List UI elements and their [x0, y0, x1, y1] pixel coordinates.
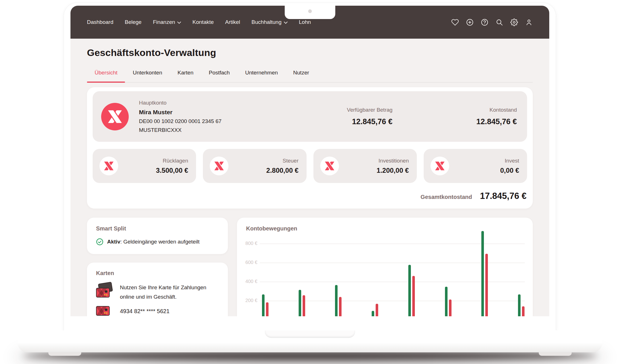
chart-ytick-label: 600 €: [241, 260, 257, 265]
subaccount-name: Steuer: [266, 158, 298, 164]
laptop-screen: Dashboard Belege Finanzen Kontakte Artik…: [70, 6, 549, 331]
bank-x-logo: [99, 157, 118, 175]
subaccount-card-steuer[interactable]: Steuer2.800,00 €: [203, 149, 306, 183]
chart-gridline: [260, 244, 525, 244]
tab-uebersicht[interactable]: Übersicht: [87, 67, 125, 82]
account-bic: MUSTERBICXXX: [139, 127, 222, 133]
check-circle-icon: [96, 238, 103, 246]
bank-cards-illustration: [96, 283, 113, 298]
page-title: Geschäftskonto-Verwaltung: [87, 47, 533, 58]
bank-x-logo: [430, 157, 449, 175]
search-icon[interactable]: [496, 18, 503, 26]
help-circle-icon[interactable]: [481, 18, 488, 26]
plus-circle-icon[interactable]: [466, 18, 474, 26]
subaccount-card-invest[interactable]: Invest0,00 €: [424, 149, 527, 183]
chart-plot-area: [260, 218, 525, 320]
camera-dot: [308, 9, 312, 13]
chart-bar-green: [445, 287, 448, 320]
status-label: Aktiv: [107, 239, 120, 245]
nav-item-belege[interactable]: Belege: [125, 19, 142, 25]
laptop-base-notch: [265, 330, 355, 338]
account-holder: Mira Muster: [139, 109, 222, 116]
card-number: 4934 82** **** 5621: [120, 308, 170, 315]
card-front-graphic: [96, 306, 110, 316]
nav-label: Dashboard: [87, 19, 113, 25]
tab-unternehmen[interactable]: Unternehmen: [238, 67, 286, 82]
smart-split-title: Smart Split: [96, 225, 219, 232]
chart-ytick-label: 400 €: [241, 279, 257, 284]
cards-promo-text: Nutzen Sie Ihre Karte für Zahlungen onli…: [120, 283, 219, 301]
main-nav: Dashboard Belege Finanzen Kontakte Artik…: [87, 19, 311, 25]
chart-bar-red: [485, 254, 488, 320]
total-balance-label: Gesamtkontostand: [421, 194, 472, 200]
chart-bar-green: [408, 265, 411, 320]
smart-split-status-text: Aktiv: Geldeingänge werden aufgeteilt: [107, 239, 199, 245]
card-dot: [106, 294, 107, 296]
nav-item-kontakte[interactable]: Kontakte: [192, 19, 214, 25]
card-front-graphic: [96, 288, 110, 298]
bank-x-logo: [101, 103, 129, 130]
chart-bar-green: [299, 290, 301, 320]
account-type-label: Hauptkonto: [139, 100, 222, 106]
nav-item-artikel[interactable]: Artikel: [225, 19, 240, 25]
tab-nutzer[interactable]: Nutzer: [286, 67, 317, 82]
laptop-shadow-dark: [23, 351, 597, 360]
tab-unterkonten[interactable]: Unterkonten: [125, 67, 170, 82]
left-column: Smart Split Aktiv: Geldeingänge werden a…: [87, 218, 228, 331]
page-content: Geschäftskonto-Verwaltung Übersicht Unte…: [70, 47, 549, 331]
chevron-down-icon: [284, 19, 288, 25]
chart-bar-green: [335, 285, 338, 320]
main-account-card[interactable]: Hauptkonto Mira Muster DE00 00 1002 0200…: [93, 91, 527, 142]
nav-label: Kontakte: [192, 19, 214, 25]
screen-bottom-bezel: [70, 316, 549, 331]
gear-icon[interactable]: [510, 18, 518, 26]
card-dot: [104, 312, 105, 314]
lower-section: Smart Split Aktiv: Geldeingänge werden a…: [87, 218, 533, 331]
status-detail: : Geldeingänge werden aufgeteilt: [120, 239, 199, 245]
subaccount-amount: 2.800,00 €: [266, 167, 298, 174]
chevron-down-icon: [177, 19, 181, 25]
card-x-pattern: [96, 307, 109, 316]
main-account-balances: Verfügbarer Betrag 12.845,76 € Kontostan…: [347, 107, 517, 126]
accounts-panel: Hauptkonto Mira Muster DE00 00 1002 0200…: [87, 87, 533, 209]
laptop-foot: [539, 352, 572, 356]
chart-ytick-label: 800 €: [241, 241, 257, 246]
heart-icon[interactable]: [451, 18, 459, 26]
available-balance: Verfügbarer Betrag 12.845,76 €: [347, 107, 393, 126]
card-dot: [106, 312, 107, 314]
smart-split-status: Aktiv: Geldeingänge werden aufgeteilt: [96, 238, 219, 246]
camera-notch: [285, 6, 335, 19]
card-chip: [105, 290, 107, 293]
account-balance: Kontostand 12.845,76 €: [476, 107, 517, 126]
laptop-foot: [48, 352, 81, 356]
nav-label: Buchhaltung: [251, 19, 282, 25]
available-value: 12.845,76 €: [347, 117, 393, 126]
tab-karten[interactable]: Karten: [170, 67, 201, 82]
cards-promo-row[interactable]: Nutzen Sie Ihre Karte für Zahlungen onli…: [96, 283, 219, 301]
header-icons: [451, 18, 533, 26]
chart-bar-green: [481, 231, 484, 320]
bank-x-logo: [320, 157, 339, 175]
card-chip: [105, 309, 107, 311]
card-list-item[interactable]: 4934 82** **** 5621: [96, 306, 219, 316]
user-icon[interactable]: [525, 18, 533, 26]
balance-value: 12.845,76 €: [476, 117, 517, 126]
chart-gridline: [260, 263, 525, 263]
chart-bar-red: [412, 276, 415, 320]
subaccount-card-investitionen[interactable]: Investitionen1.200,00 €: [313, 149, 417, 183]
total-balance-row: Gesamtkontostand 17.845,76 €: [93, 191, 527, 201]
nav-item-dashboard[interactable]: Dashboard: [87, 19, 113, 25]
tab-postfach[interactable]: Postfach: [201, 67, 238, 82]
subaccount-card-ruecklagen[interactable]: Rücklagen3.500,00 €: [93, 149, 196, 183]
nav-item-buchhaltung[interactable]: Buchhaltung: [251, 19, 288, 25]
card-dot: [104, 294, 105, 296]
balance-label: Kontostand: [476, 107, 517, 113]
subaccount-amount: 0,00 €: [500, 167, 519, 174]
laptop-base: [18, 330, 602, 352]
nav-item-finanzen[interactable]: Finanzen: [153, 19, 181, 25]
chart-gridline: [260, 282, 525, 282]
nav-item-lohn[interactable]: Lohn: [299, 19, 311, 25]
nav-label: Belege: [125, 19, 142, 25]
chart-ytick-label: 200 €: [241, 298, 257, 303]
tab-bar: Übersicht Unterkonten Karten Postfach Un…: [87, 67, 533, 83]
